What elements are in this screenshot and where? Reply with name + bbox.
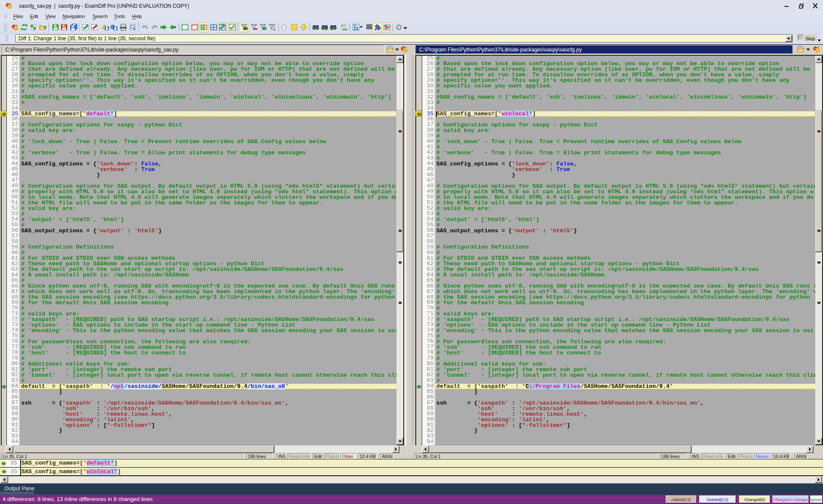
svg-text:AB: AB xyxy=(342,27,347,31)
